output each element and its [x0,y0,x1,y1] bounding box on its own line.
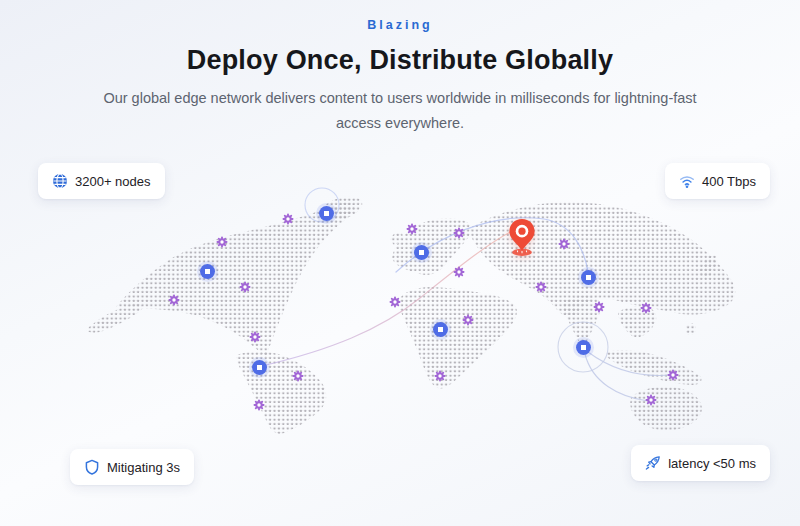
pop-gear-marker [282,213,294,225]
hero-section: Blazing Deploy Once, Distribute Globally… [0,0,800,526]
pop-gear-marker [667,369,679,381]
shield-icon [84,459,100,475]
edge-node-marker [581,270,596,285]
stat-badge-latency: latency <50 ms [631,445,770,481]
stat-badge-label: latency <50 ms [668,456,756,471]
pop-gear-marker [453,227,465,239]
edge-node-marker [414,245,429,260]
page-title: Deploy Once, Distribute Globally [0,45,800,76]
stat-badge-label: Mitigating 3s [107,460,180,475]
hero-header: Blazing Deploy Once, Distribute Globally… [0,18,800,137]
pop-gear-marker [593,301,605,313]
pop-gear-marker [535,281,547,293]
pop-gear-marker [406,223,418,235]
stat-badge-bandwidth: 400 Tbps [665,163,770,199]
page-subtitle: Our global edge network delivers content… [88,86,713,137]
pop-gear-marker [453,266,465,278]
stat-badge-label: 3200+ nodes [75,174,151,189]
stat-badge-nodes: 3200+ nodes [38,163,165,199]
pop-gear-marker [239,281,251,293]
eyebrow-label: Blazing [0,18,800,32]
pop-gear-marker [292,370,304,382]
stat-badge-label: 400 Tbps [702,174,756,189]
edge-node-marker [200,264,215,279]
edge-node-marker [576,340,591,355]
pop-gear-marker [389,296,401,308]
pop-gear-marker [462,314,474,326]
edge-node-marker [319,206,334,221]
pop-gear-marker [558,238,570,250]
rocket-icon [645,455,661,471]
pop-gear-marker [640,302,652,314]
pop-gear-marker [168,294,180,306]
location-pin [504,216,540,258]
pop-gear-marker [249,331,261,343]
globe-icon [52,173,68,189]
edge-node-marker [252,360,267,375]
pop-gear-marker [253,399,265,411]
pop-gear-marker [645,394,657,406]
pop-gear-marker [216,236,228,248]
edge-node-marker [433,322,448,337]
stat-badge-mitigation: Mitigating 3s [70,449,194,485]
pop-gear-marker [434,370,446,382]
wifi-icon [679,173,695,189]
